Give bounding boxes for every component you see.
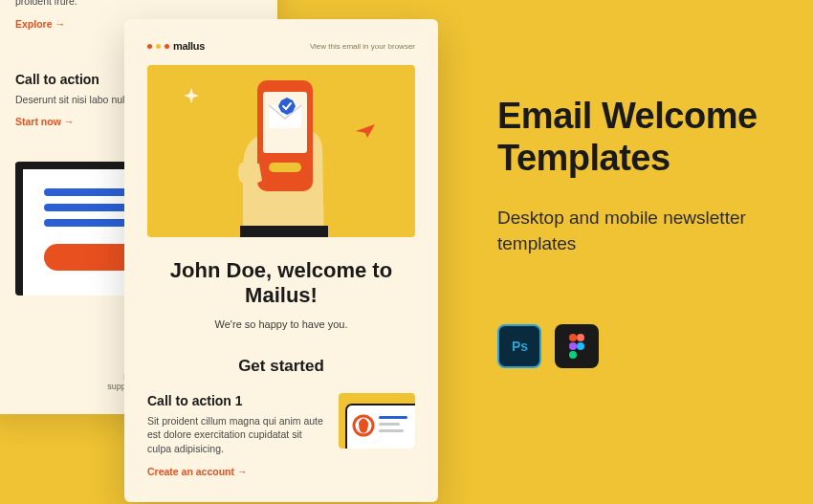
brand-logo: mallus	[147, 40, 205, 52]
svg-rect-10	[240, 226, 328, 237]
svg-point-2	[577, 334, 584, 341]
svg-point-5	[569, 351, 577, 359]
start-now-link[interactable]: Start now →	[15, 116, 74, 127]
marketing-title: Email Welcome Templates	[497, 96, 784, 179]
svg-point-3	[569, 342, 577, 350]
photoshop-icon: Ps	[497, 324, 541, 368]
create-account-link[interactable]: Create an account →	[147, 466, 247, 477]
svg-point-4	[577, 342, 584, 350]
svg-point-1	[569, 334, 577, 341]
svg-text:Ps: Ps	[512, 339, 528, 354]
get-started-heading: Get started	[147, 357, 415, 376]
welcome-heading: John Doe, welcome to Mailus!	[147, 258, 415, 309]
template-preview-front: mallus View this email in your browser	[124, 19, 438, 502]
marketing-subtitle: Desktop and mobile newsletter templates	[497, 206, 784, 256]
svg-rect-13	[379, 416, 407, 419]
view-in-browser-link[interactable]: View this email in your browser	[310, 42, 415, 51]
cta1-row: Call to action 1 Sit proident cillum mag…	[147, 393, 415, 479]
welcome-subtext: We're so happy to have you.	[147, 318, 415, 330]
id-card-illustration	[339, 393, 415, 449]
software-icons: Ps	[497, 324, 784, 368]
hand-holding-phone-icon	[209, 73, 353, 237]
cta1-body: Sit proident cillum magna qui anim aute …	[147, 414, 325, 456]
sparkle-icon	[184, 88, 199, 103]
figma-icon	[555, 324, 599, 368]
cta1-title: Call to action 1	[147, 393, 325, 408]
svg-rect-9	[269, 163, 301, 172]
marketing-panel: Email Welcome Templates Desktop and mobi…	[497, 96, 784, 368]
paper-plane-icon	[356, 124, 375, 138]
svg-rect-15	[379, 429, 404, 432]
hero-illustration	[147, 65, 415, 237]
explore-link[interactable]: Explore →	[15, 18, 65, 30]
svg-rect-14	[379, 423, 400, 426]
explore-body-text: proident irure.	[15, 0, 253, 9]
